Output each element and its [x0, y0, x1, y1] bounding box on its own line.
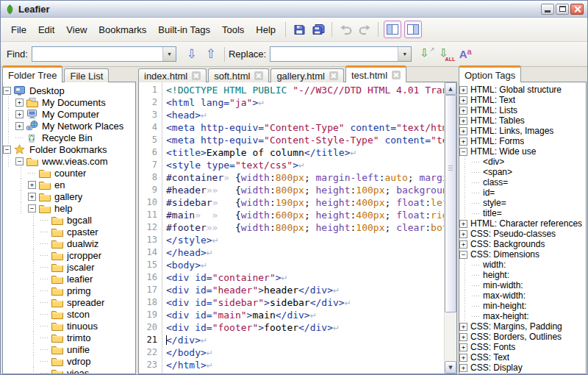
collapse-icon[interactable]: −: [28, 204, 36, 213]
tree-item-jscaler[interactable]: jscaler: [3, 261, 135, 273]
code-line-18[interactable]: 18<div id="sidebar">sidebar</div>↵: [139, 296, 444, 309]
expand-icon[interactable]: +: [459, 333, 467, 341]
tree-item-desktop[interactable]: −Desktop: [3, 85, 135, 96]
expand-icon[interactable]: +: [459, 343, 467, 351]
tree-item-style[interactable]: style=: [459, 198, 586, 208]
tree-item-leafier[interactable]: leafier: [3, 273, 135, 285]
tree-item-www-vieas-com[interactable]: −www.vieas.com: [3, 155, 135, 167]
tree-item-counter[interactable]: counter: [3, 167, 135, 179]
code-line-7[interactable]: 7<style type="text/css">↵: [139, 159, 444, 171]
scroll-down-icon[interactable]: ▼: [445, 361, 456, 374]
tree-item-max-height[interactable]: max-height:: [459, 311, 586, 321]
menu-file[interactable]: File: [5, 21, 32, 38]
menu-built-in-tags[interactable]: Built-in Tags: [152, 21, 216, 38]
tab-gallery-html[interactable]: gallery.html: [270, 68, 344, 82]
tree-item-max-width[interactable]: max-width:: [459, 290, 586, 301]
code-line-15[interactable]: 15<body>↵: [139, 259, 444, 271]
tab-file-list[interactable]: File List: [64, 68, 109, 82]
expand-icon[interactable]: +: [15, 122, 24, 130]
expand-icon[interactable]: +: [15, 110, 24, 118]
replace-all-icon[interactable]: ⇩ALL: [437, 46, 455, 63]
code-line-20[interactable]: 20<div id="footer">footer</div>↵: [139, 321, 444, 334]
code-line-13[interactable]: 13</style>↵: [139, 234, 444, 246]
code-line-12[interactable]: 12#footer»» {width:800px; height:100px; …: [139, 221, 444, 234]
tree-item-css-positioning[interactable]: +CSS: Positioning: [459, 373, 586, 374]
tree-item-id[interactable]: id=: [459, 188, 586, 198]
expand-icon[interactable]: +: [459, 138, 467, 146]
find-input[interactable]: [32, 47, 162, 61]
tree-item-class[interactable]: class=: [459, 177, 586, 188]
tree-item-bgcall[interactable]: bgcall: [3, 214, 135, 226]
code-line-17[interactable]: 17<div id="header">header</div>↵: [139, 284, 444, 296]
collapse-icon[interactable]: −: [459, 148, 467, 156]
menu-tools[interactable]: Tools: [216, 21, 250, 38]
tab-close-icon[interactable]: [254, 71, 263, 80]
expand-icon[interactable]: +: [459, 220, 467, 228]
undo-icon[interactable]: [336, 20, 355, 39]
close-button[interactable]: [570, 4, 584, 15]
tab-close-icon[interactable]: [392, 71, 401, 79]
tree-item-title[interactable]: title=: [459, 208, 586, 218]
tab-close-icon[interactable]: [192, 71, 201, 80]
tab-index-html[interactable]: index.html: [138, 68, 207, 82]
tree-item-html-global-structure[interactable]: +HTML: Global structure: [459, 85, 586, 95]
replace-next-icon[interactable]: ⇩↗: [418, 46, 436, 63]
tree-item-gallery[interactable]: +gallery: [3, 190, 135, 202]
find-previous-icon[interactable]: ⇧: [202, 46, 220, 63]
expand-icon[interactable]: +: [459, 354, 467, 362]
tree-item-jcropper[interactable]: jcropper: [3, 249, 135, 261]
tree-item-en[interactable]: +en: [3, 179, 135, 190]
tree-item-vdrop[interactable]: vdrop: [3, 355, 135, 367]
tree-item-css-borders-outlines[interactable]: +CSS: Borders, Outlines: [459, 332, 586, 342]
scrollbar-thumb[interactable]: [445, 95, 456, 312]
expand-icon[interactable]: +: [459, 107, 467, 115]
tab-close-icon[interactable]: [329, 71, 338, 80]
tree-item-css-pseudo-classes[interactable]: +CSS: Pseudo-classes: [459, 229, 586, 239]
expand-icon[interactable]: +: [459, 86, 467, 94]
tree-item-css-margins-padding[interactable]: +CSS: Margins, Padding: [459, 321, 586, 332]
code-line-21[interactable]: 21</div>↵: [139, 334, 444, 346]
code-line-1[interactable]: 1<!DOCTYPE HTML PUBLIC "-//W3C//DTD HTML…: [139, 84, 444, 96]
tree-item-html-tables[interactable]: +HTML: Tables: [459, 115, 586, 126]
tree-item-spreader[interactable]: spreader: [3, 296, 135, 308]
tree-item-span[interactable]: <span>: [459, 167, 586, 177]
tree-item-html-text[interactable]: +HTML: Text: [459, 95, 586, 105]
tree-item-css-dimensions[interactable]: −CSS: Dimensions: [459, 249, 586, 260]
tab-folder-tree[interactable]: Folder Tree: [2, 65, 62, 82]
title-bar[interactable]: Leafier: [1, 1, 587, 18]
expand-icon[interactable]: +: [459, 230, 467, 238]
tree-item-primg[interactable]: primg: [3, 285, 135, 296]
save-icon[interactable]: [290, 20, 309, 39]
code-line-23[interactable]: 23</html>↵: [139, 359, 444, 371]
find-dropdown-button[interactable]: ▼: [162, 47, 176, 61]
expand-icon[interactable]: +: [459, 240, 467, 249]
expand-icon[interactable]: +: [459, 127, 467, 135]
minimize-button[interactable]: [541, 4, 554, 15]
expand-icon[interactable]: +: [15, 99, 24, 107]
tree-item-tinuous[interactable]: tinuous: [3, 320, 135, 332]
maximize-button[interactable]: [556, 4, 569, 15]
expand-icon[interactable]: +: [459, 96, 467, 104]
collapse-icon[interactable]: −: [3, 146, 11, 154]
editor-scrollbar[interactable]: ▲ ▼: [444, 82, 456, 374]
tree-item-recycle-bin[interactable]: Recycle Bin: [3, 132, 135, 143]
collapse-icon[interactable]: −: [15, 157, 24, 165]
layout-right-icon[interactable]: [404, 21, 422, 38]
tree-item-dualwiz[interactable]: dualwiz: [3, 238, 135, 249]
expand-icon[interactable]: +: [459, 323, 467, 331]
match-case-icon[interactable]: Aa: [456, 46, 474, 63]
tree-item-html-character-references[interactable]: +HTML: Character references: [459, 218, 586, 229]
tree-item-html-wide-use[interactable]: −HTML: Wide use: [459, 146, 586, 157]
menu-help[interactable]: Help: [250, 21, 282, 38]
code-line-22[interactable]: 22</body>↵: [139, 346, 444, 359]
expand-icon[interactable]: +: [459, 374, 467, 375]
menu-view[interactable]: View: [60, 21, 93, 38]
tree-item-css-text[interactable]: +CSS: Text: [459, 352, 586, 362]
scroll-up-icon[interactable]: ▲: [445, 82, 456, 95]
expand-icon[interactable]: +: [28, 181, 36, 189]
tree-item-vieas[interactable]: vieas: [3, 367, 135, 374]
tree-item-html-lists[interactable]: +HTML: Lists: [459, 105, 586, 115]
tree-item-html-links-images[interactable]: +HTML: Links, Images: [459, 126, 586, 136]
code-line-2[interactable]: 2<html lang="ja">↵: [139, 96, 444, 109]
code-line-11[interactable]: 11#main» » {width:600px; height:400px; f…: [139, 209, 444, 221]
